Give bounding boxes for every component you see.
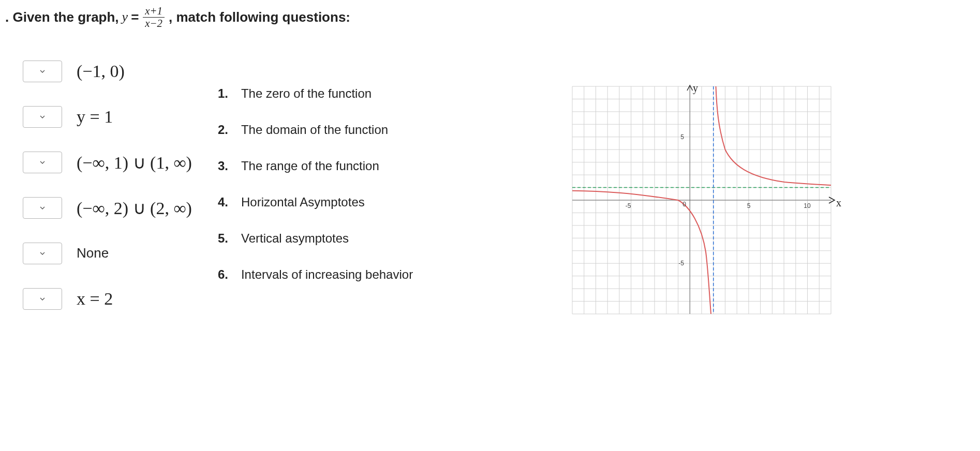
- chevron-down-icon: [38, 113, 47, 121]
- question-num-1: 2.: [218, 123, 233, 137]
- question-row-4: 5.Vertical asymptotes: [218, 231, 413, 246]
- fraction-numerator: x+1: [143, 5, 165, 18]
- answer-row-5: x = 2: [23, 288, 192, 310]
- answer-text-0: (−1, 0): [77, 62, 125, 81]
- answer-row-3: (−∞, 2) ∪ (2, ∞): [23, 197, 192, 219]
- match-dropdown-0[interactable]: [23, 61, 62, 82]
- answer-row-1: y = 1: [23, 106, 192, 128]
- answer-text-4: None: [77, 245, 109, 261]
- question-num-5: 6.: [218, 267, 233, 282]
- question-row-3: 4.Horizontal Asymptotes: [218, 195, 413, 209]
- header-equals: =: [131, 9, 139, 25]
- question-row-0: 1.The zero of the function: [218, 86, 413, 101]
- question-text-4: Vertical asymptotes: [241, 231, 349, 246]
- x-axis-label: x: [836, 197, 841, 208]
- tick-5y: 5: [680, 133, 684, 141]
- question-text-1: The domain of the function: [241, 123, 388, 137]
- question-row-5: 6.Intervals of increasing behavior: [218, 267, 413, 282]
- question-num-0: 1.: [218, 86, 233, 101]
- chevron-down-icon: [38, 249, 47, 258]
- origin-label: 0: [682, 201, 686, 208]
- answer-text-1: y = 1: [77, 107, 113, 127]
- match-dropdown-4[interactable]: [23, 243, 62, 264]
- header-prefix: . Given the graph,: [5, 9, 119, 25]
- question-text-3: Horizontal Asymptotes: [241, 195, 365, 209]
- question-num-2: 3.: [218, 159, 233, 173]
- match-dropdown-2[interactable]: [23, 152, 62, 173]
- chevron-down-icon: [38, 67, 47, 76]
- answer-text-3: (−∞, 2) ∪ (2, ∞): [77, 198, 192, 218]
- question-row-2: 3.The range of the function: [218, 159, 413, 173]
- chevron-down-icon: [38, 158, 47, 167]
- question-text-5: Intervals of increasing behavior: [241, 267, 413, 282]
- question-row-1: 2.The domain of the function: [218, 123, 413, 137]
- curve-right-branch: [716, 86, 831, 185]
- question-text-0: The zero of the function: [241, 86, 372, 101]
- matching-column: (−1, 0)y = 1(−∞, 1) ∪ (1, ∞)(−∞, 2) ∪ (2…: [5, 61, 413, 310]
- curve-left-branch: [572, 190, 711, 313]
- y-axis-label: y: [693, 82, 698, 94]
- answer-text-5: x = 2: [77, 289, 113, 309]
- chevron-down-icon: [38, 295, 47, 303]
- question-text-2: The range of the function: [241, 159, 379, 173]
- answer-row-2: (−∞, 1) ∪ (1, ∞): [23, 152, 192, 173]
- header-y: y: [122, 9, 128, 25]
- answer-text-2: (−∞, 1) ∪ (1, ∞): [77, 152, 192, 173]
- header-fraction: x+1 x−2: [143, 5, 165, 29]
- question-header: . Given the graph, y = x+1 x−2 , match f…: [5, 5, 975, 29]
- chevron-down-icon: [38, 204, 47, 212]
- tick-5x: 5: [747, 202, 751, 209]
- question-num-4: 5.: [218, 231, 233, 246]
- match-dropdown-1[interactable]: [23, 106, 62, 128]
- fraction-denominator: x−2: [143, 18, 165, 29]
- match-dropdown-3[interactable]: [23, 197, 62, 219]
- answer-row-4: None: [23, 243, 192, 264]
- answer-row-0: (−1, 0): [23, 61, 192, 82]
- tick-neg5x: -5: [626, 202, 631, 209]
- function-graph: -5 5 10 5 -5 0 y x: [562, 76, 841, 324]
- tick-10x: 10: [804, 202, 811, 209]
- header-suffix: , match following questions:: [169, 9, 350, 25]
- match-dropdown-5[interactable]: [23, 288, 62, 310]
- question-num-3: 4.: [218, 195, 233, 209]
- tick-neg5y: -5: [678, 260, 684, 267]
- graph-container: -5 5 10 5 -5 0 y x: [428, 61, 975, 324]
